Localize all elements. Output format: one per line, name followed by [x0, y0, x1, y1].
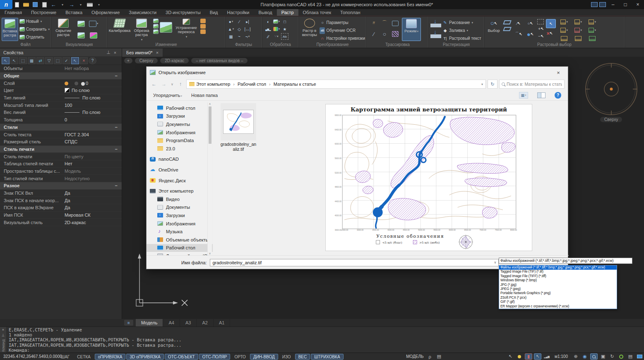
redo-dropdown[interactable]: ▾ — [77, 1, 85, 8]
quick-select-icon[interactable]: ▦ — [28, 57, 36, 64]
raster-fill-button[interactable]: ◆Заливка — [442, 27, 481, 34]
viewport-add-button[interactable]: + — [124, 58, 132, 63]
raster-tool-icon[interactable] — [153, 19, 159, 23]
deselect-icon[interactable]: × — [546, 30, 553, 36]
select-trapezoid-icon[interactable] — [503, 27, 512, 31]
property-row[interactable]: Вес линий По слою − — [0, 109, 122, 116]
frame-icon[interactable] — [90, 20, 97, 27]
tree-item[interactable]: Документы — [147, 120, 213, 128]
ribbon-tab[interactable]: Топоплан — [336, 9, 365, 16]
raster-save-button[interactable]: Сохранить — [19, 26, 50, 33]
zoom-window-icon[interactable] — [590, 353, 598, 360]
color-raster-icon[interactable] — [90, 32, 97, 39]
collapse-icon[interactable]: − — [115, 183, 118, 188]
preview-pane-icon[interactable] — [537, 92, 545, 98]
filetype-option[interactable]: JPEG (*.jpeg) — [499, 287, 617, 291]
property-row[interactable]: Стиль печати По цвету − — [0, 153, 122, 160]
search-box[interactable] — [499, 80, 565, 89]
close-button[interactable]: × — [632, 0, 644, 9]
tree-item[interactable]: Яндекс.Диск — [147, 176, 213, 185]
trace-polyline-icon[interactable]: 〃 — [370, 20, 377, 27]
ribbon-tab[interactable]: Вставка — [61, 9, 87, 16]
histogram-icon[interactable]: ▄▆▂ — [264, 26, 272, 32]
command-history[interactable]: Е,ERASE,С,СТЕРЕТЬ - Удаление1 найденоIAT… — [6, 327, 644, 353]
redo-button[interactable]: → — [67, 1, 76, 8]
tree-item[interactable]: Изображения — [147, 128, 213, 137]
filename-dropdown-icon[interactable]: ∨ — [492, 261, 498, 264]
property-row[interactable]: Знак ПСК Вкл Да − — [0, 190, 122, 197]
ribbon-tab[interactable]: Вид — [205, 9, 223, 16]
deskew-button[interactable]: Устранение перекоса — [173, 18, 199, 41]
margin-tool-icon[interactable] — [200, 29, 206, 34]
breadcrumb-segment[interactable]: Материалы к статье — [266, 82, 316, 87]
quick-access-dropdown[interactable]: ▾ — [95, 1, 103, 8]
margin-tool-icon[interactable] — [200, 24, 206, 29]
parameters-button[interactable]: ○Параметры — [320, 19, 365, 26]
refresh-icon[interactable]: ↻ — [488, 80, 497, 89]
rasterize-all-icon[interactable] — [430, 30, 441, 38]
scroll-down-icon[interactable]: ∨ — [209, 252, 211, 255]
dialog-close-icon[interactable]: × — [552, 70, 565, 76]
calibration-button[interactable]: Калибровка — [109, 18, 130, 41]
raster-detach-button[interactable]: Отделить — [19, 34, 50, 41]
property-row[interactable]: Общие − — [0, 72, 122, 80]
tree-item[interactable]: Загрузки — [147, 112, 213, 121]
command-close-icon[interactable]: × — [2, 328, 4, 332]
ribbon-tab[interactable]: Построение — [26, 9, 61, 16]
new-folder-button[interactable]: Новая папка — [191, 93, 218, 98]
binarize-filter-icon[interactable]: ▦ — [227, 33, 235, 40]
status-toggle[interactable]: ОРТО — [231, 354, 249, 360]
trace-circle-icon[interactable]: ○ — [381, 31, 388, 37]
rasterize-selected-icon[interactable] — [430, 19, 441, 27]
raster-tool-icon[interactable] — [153, 29, 159, 34]
notes-icon[interactable]: ▤ — [435, 353, 443, 360]
resize-raster-icon[interactable] — [160, 22, 172, 33]
color-dots-icon[interactable]: ∵ — [273, 33, 280, 40]
property-row[interactable]: Толщина 0 − — [0, 116, 122, 124]
ribbon-tab[interactable]: Облака точек — [298, 9, 336, 16]
tree-item[interactable]: Объемные объекты — [147, 236, 213, 244]
viewport-pill[interactable]: 2D-каркас — [160, 58, 189, 63]
open-button[interactable] — [22, 1, 30, 8]
select-window-icon[interactable] — [537, 19, 544, 24]
cursor-mode-icon[interactable]: ↖ — [71, 57, 79, 64]
sheets-icon[interactable]: ▤ — [627, 353, 634, 360]
undo-dropdown[interactable]: ▾ — [58, 1, 67, 8]
collapse-icon[interactable]: − — [115, 73, 118, 78]
property-row[interactable]: ПСК в каждом ВЭкране Да − — [0, 204, 122, 212]
property-row[interactable]: Объекты Нет набора − — [0, 65, 122, 72]
filetype-option[interactable]: Tagged Image File (TIFF) (*.tiff) — [499, 274, 617, 278]
raster-draw-button[interactable]: ✎Рисование — [442, 19, 481, 26]
navigation-wheel[interactable] — [580, 60, 642, 118]
view-mode-icon[interactable]: ▦ — [519, 92, 528, 99]
group-select-icon[interactable]: ⬚ — [54, 57, 62, 64]
search-input[interactable] — [507, 82, 562, 87]
lightbulb-icon[interactable] — [516, 353, 523, 360]
layout-list-icon[interactable]: ≡ — [124, 320, 133, 326]
trace-arc-icon[interactable]: ⌒ — [381, 20, 388, 27]
snap-settings-button[interactable]: ∩Настройки привязки — [320, 35, 365, 42]
tab-close-icon[interactable]: × — [156, 50, 159, 55]
copy-button[interactable] — [40, 1, 48, 8]
nav-back-icon[interactable]: ← — [150, 81, 158, 87]
filetype-option[interactable]: ZSoft PCX (*.pcx) — [499, 296, 617, 300]
lines-icon[interactable]: ∕∕ — [264, 33, 272, 40]
smooth-filter-icon[interactable]: ~ — [235, 33, 243, 40]
filter-icon[interactable]: ▽ — [45, 57, 53, 64]
annotation-scale-icon[interactable]: ρ — [426, 353, 434, 360]
trace-line-icon[interactable]: ∕ — [370, 31, 377, 37]
ribbon-tab[interactable]: Главная — [0, 9, 26, 16]
raster-op-icon[interactable] — [574, 27, 582, 34]
contour-filter-icon[interactable]: ∕ — [235, 18, 243, 25]
property-row[interactable]: Имя ПСК Мировая СК − — [0, 212, 122, 219]
status-toggle[interactable]: ОТС-ОБЪЕКТ — [165, 354, 198, 360]
apply-icon[interactable]: ✓ — [62, 57, 70, 64]
ribbon-tab[interactable]: Растр — [277, 9, 298, 16]
filename-field[interactable]: ∨ — [210, 259, 499, 266]
print-button[interactable] — [86, 1, 94, 8]
select-icon[interactable]: ↖ — [10, 57, 18, 64]
filetype-option[interactable]: Файлы изображений (*.tif;*.tiff;*.bmp;*.… — [499, 266, 617, 270]
filetype-option[interactable]: JPG (*.jpg) — [499, 283, 617, 287]
status-toggle[interactable]: ШАГ — [58, 354, 73, 360]
raster-op-icon[interactable] — [589, 35, 596, 42]
